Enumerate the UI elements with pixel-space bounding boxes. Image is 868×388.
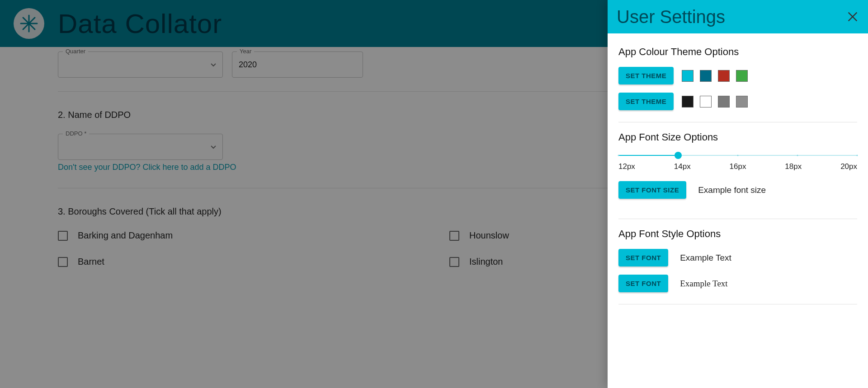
slider-tick xyxy=(618,155,619,156)
color-swatch[interactable] xyxy=(736,96,748,108)
color-swatch[interactable] xyxy=(682,70,693,82)
slider-mark-label: 18px xyxy=(785,162,802,171)
color-swatch[interactable] xyxy=(718,96,730,108)
settings-drawer: User Settings App Colour Theme Options S… xyxy=(608,0,868,388)
set-fontsize-button[interactable]: SET FONT SIZE xyxy=(618,181,686,199)
color-swatch[interactable] xyxy=(700,96,712,108)
theme-section: App Colour Theme Options SET THEME SET T… xyxy=(618,37,857,122)
slider-tick xyxy=(737,155,739,156)
color-swatch[interactable] xyxy=(700,70,712,82)
close-button[interactable] xyxy=(846,10,859,23)
set-theme-button-2[interactable]: SET THEME xyxy=(618,93,674,110)
fontsize-example: Example font size xyxy=(698,185,766,195)
set-font-button-1[interactable]: SET FONT xyxy=(618,249,668,266)
close-icon xyxy=(846,10,859,23)
fontsize-heading: App Font Size Options xyxy=(618,131,857,143)
fontsize-section: App Font Size Options 12px14px16px18px20… xyxy=(618,122,857,219)
slider-mark-label: 12px xyxy=(618,162,635,171)
slider-mark-label: 16px xyxy=(730,162,746,171)
fontstyle-section: App Font Style Options SET FONT Example … xyxy=(618,219,857,304)
color-swatch[interactable] xyxy=(682,96,693,108)
fontsize-slider[interactable] xyxy=(618,152,857,159)
slider-tick xyxy=(797,155,798,156)
slider-mark-label: 20px xyxy=(840,162,857,171)
slider-thumb[interactable] xyxy=(675,152,682,159)
fontstyle-heading: App Font Style Options xyxy=(618,228,857,240)
set-font-button-2[interactable]: SET FONT xyxy=(618,275,668,292)
drawer-header: User Settings xyxy=(608,0,868,33)
color-swatch[interactable] xyxy=(718,70,730,82)
set-theme-button-1[interactable]: SET THEME xyxy=(618,67,674,84)
drawer-title: User Settings xyxy=(617,7,725,27)
theme-heading: App Colour Theme Options xyxy=(618,46,857,58)
color-swatch[interactable] xyxy=(736,70,748,82)
slider-tick xyxy=(857,155,858,156)
slider-mark-label: 14px xyxy=(674,162,691,171)
fontstyle-example-2: Example Text xyxy=(680,279,727,289)
fontstyle-example-1: Example Text xyxy=(680,253,731,263)
